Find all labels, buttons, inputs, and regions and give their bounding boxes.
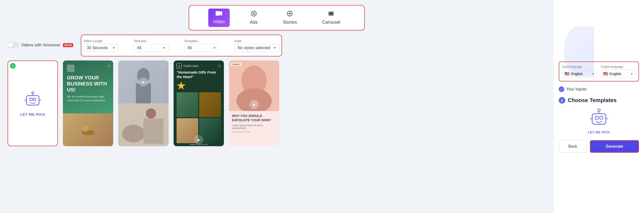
filter-value-style: No styles selected: [237, 46, 270, 50]
card-dark-content: ◈ YOUR LOGO "Homemade Gifts From the Hea…: [174, 60, 224, 146]
brand-logo: [67, 65, 74, 72]
svg-rect-31: [600, 116, 603, 119]
nav-bar: Video Ads S: [189, 5, 365, 31]
output-language-value: English: [610, 72, 621, 76]
let-me-pick-sidebar-label: LET ME PICK: [588, 130, 610, 134]
star-icon-pink: ☆: [273, 63, 277, 69]
pink-body: Lorem ipsum dolor sit amet, consecteturi…: [232, 124, 276, 130]
star-icon: ☆: [107, 63, 111, 69]
input-language-label: Input language: [562, 65, 597, 69]
choose-templates-section: 2 Choose Templates LET ME PICK Back Gene…: [559, 97, 639, 153]
dark-title: "Homemade Gifts From the Heart": [177, 70, 221, 79]
dark-logo-row: ◈ YOUR LOGO: [177, 64, 221, 69]
filter-select-orientation[interactable]: All ▼: [134, 44, 169, 52]
pink-title: WHY YOU SHOULD EXFOLIATE YOUR SKIN?: [232, 114, 276, 123]
output-language-select[interactable]: 🇺🇸 English ▼: [601, 70, 636, 78]
video-icon: [216, 11, 222, 18]
step-badge: 2: [559, 97, 565, 104]
filter-bar: Video Length 30 Seconds ▼ Orientati... A…: [81, 35, 282, 56]
sidebar: Input language 🇺🇸 English ▼ Output langu…: [553, 0, 644, 213]
card-gray-bottom: [118, 103, 169, 146]
template-card-gray[interactable]: ▶ ☆: [118, 60, 169, 146]
input-language-select[interactable]: 🇺🇸 English ▼: [562, 70, 597, 78]
card-green-body: We are professional team with more than …: [67, 95, 109, 103]
svg-rect-9: [26, 96, 39, 105]
filter-label-length: Video Length: [83, 39, 118, 43]
card-green-title: GROW YOUR BUSINESS WITH US!: [67, 75, 109, 93]
generate-button[interactable]: Generate: [590, 140, 639, 153]
card-gray-content: ▶: [118, 60, 169, 146]
svg-point-33: [598, 109, 600, 111]
card-pink-text: WHY YOU SHOULD EXFOLIATE YOUR SKIN? Lore…: [229, 111, 279, 146]
flag-icon-input: 🇺🇸: [565, 71, 570, 76]
nav-item-stories[interactable]: Stories: [278, 9, 302, 27]
voiceover-label: Videos with Voiceover: [21, 43, 60, 47]
svg-rect-10: [30, 98, 32, 101]
star-icon-gray: ☆: [162, 63, 166, 69]
voiceover-toggle[interactable]: [8, 42, 19, 48]
nav-label-video: Video: [213, 19, 225, 24]
ads-icon: [251, 11, 257, 18]
selected-badge: 1: [10, 63, 16, 69]
filter-select-template[interactable]: All ▼: [184, 44, 219, 52]
card-green-content: GROW YOUR BUSINESS WITH US! We are profe…: [63, 60, 113, 146]
output-language-label: Output language: [601, 65, 636, 69]
filter-select-style[interactable]: No styles selected ▼: [234, 44, 279, 52]
chevron-down-icon-4: ▼: [273, 46, 276, 50]
nav-item-video[interactable]: Video: [208, 9, 230, 27]
collage-2: [199, 92, 221, 117]
your-inputs-row: ✓ Your Inputs: [559, 86, 639, 92]
carousel-icon: [328, 11, 334, 18]
filter-select-length[interactable]: 30 Seconds ▼: [83, 44, 118, 52]
play-button-dark: ▶: [194, 135, 203, 144]
play-button-gray: ▶: [139, 77, 148, 86]
svg-rect-0: [216, 11, 220, 16]
template-card-pink[interactable]: caption ▶ WHY YOU SHOULD EXFOLIATE YOUR …: [229, 60, 279, 146]
dark-logo-text: YOUR LOGO: [183, 65, 198, 68]
svg-rect-7: [330, 13, 331, 15]
card-gray-top: ▶: [118, 60, 169, 103]
filter-value-template: All: [187, 46, 192, 50]
dark-logo-box: ◈: [177, 64, 182, 69]
card-pink-content: caption ▶ WHY YOU SHOULD EXFOLIATE YOUR …: [229, 60, 279, 146]
play-button-pink: ▶: [250, 100, 259, 109]
svg-point-2: [251, 11, 256, 16]
starburst: [177, 81, 186, 90]
main-content: Video Ads S: [0, 0, 553, 213]
nav-label-stories: Stories: [283, 20, 297, 25]
nav-item-carousel[interactable]: Carousel: [317, 9, 345, 27]
beta-badge: BETA: [63, 43, 73, 47]
let-me-pick-label: LET ME PICK: [20, 112, 46, 116]
back-button[interactable]: Back: [559, 140, 587, 153]
card-green-photo: [63, 113, 113, 146]
svg-point-25: [146, 108, 156, 118]
choose-templates-header: 2 Choose Templates: [559, 97, 639, 104]
dark-site: www.coolsite.com: [174, 143, 224, 146]
robot-section: LET ME PICK: [559, 108, 639, 134]
chevron-down-icon-3: ▼: [213, 46, 216, 50]
pink-site: www.bestsite.com: [232, 131, 276, 133]
template-card-green[interactable]: GROW YOUR BUSINESS WITH US! We are profe…: [63, 60, 113, 146]
svg-marker-1: [220, 11, 222, 16]
filter-group-length: Video Length 30 Seconds ▼: [83, 39, 118, 52]
filter-value-length: 30 Seconds: [87, 46, 108, 50]
nav-item-ads[interactable]: Ads: [245, 9, 263, 27]
chevron-down-icon-2: ▼: [163, 46, 166, 50]
svg-rect-11: [33, 98, 36, 101]
choose-templates-label: Choose Templates: [568, 97, 617, 104]
template-card-dark[interactable]: ◈ YOUR LOGO "Homemade Gifts From the Hea…: [174, 60, 224, 146]
output-language-group: Output language 🇺🇸 English ▼: [601, 65, 636, 78]
template-card-let-me-pick[interactable]: 1 LET ME PICK: [8, 60, 58, 146]
check-circle: ✓: [559, 86, 564, 92]
svg-rect-30: [595, 116, 598, 119]
filter-label-template: Template...: [184, 39, 219, 43]
svg-point-13: [32, 92, 34, 94]
flag-icon-output: 🇺🇸: [603, 71, 608, 76]
svg-rect-24: [143, 118, 164, 144]
templates-row: 1 LET ME PICK GROW YOUR BUSINESS WITH US…: [8, 60, 546, 208]
input-language-value: English: [571, 72, 583, 76]
stories-icon: [287, 11, 293, 18]
collage-1: [177, 92, 198, 117]
filter-group-template: Template... All ▼: [184, 39, 219, 52]
voiceover-row: Videos with Voiceover BETA: [8, 42, 73, 48]
